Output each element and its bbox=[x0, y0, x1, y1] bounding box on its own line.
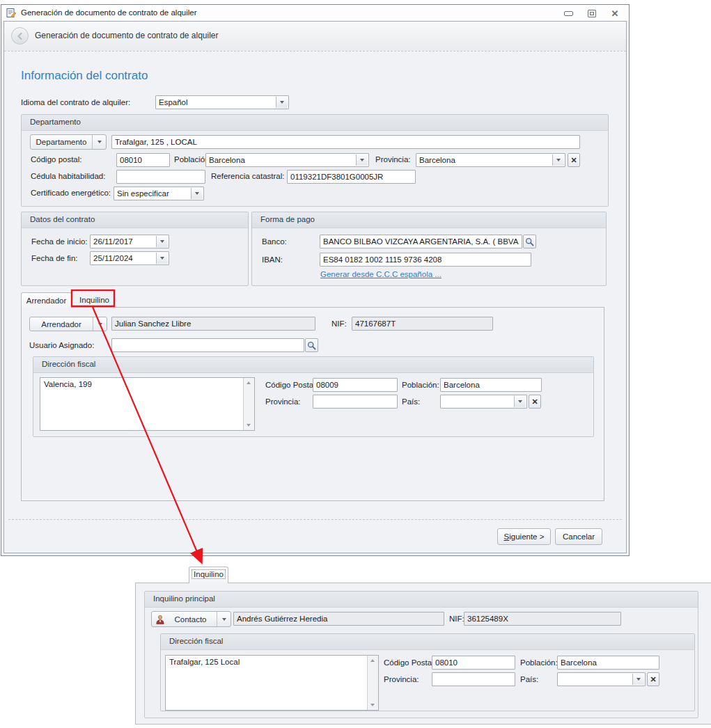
iban-field[interactable] bbox=[320, 253, 531, 267]
payment-group: Forma de pago Banco: IBAN: Generar desde… bbox=[251, 212, 607, 286]
province-label: Provincia: bbox=[375, 155, 411, 164]
province-select[interactable]: Barcelona bbox=[416, 153, 565, 167]
contract-dates-group: Datos del contrato Fecha de inicio: 26/1… bbox=[21, 212, 249, 286]
clear-icon[interactable]: ✕ bbox=[529, 395, 541, 409]
close-icon[interactable]: ✕ bbox=[609, 8, 621, 19]
chevron-down-icon[interactable] bbox=[92, 135, 106, 149]
clear-icon[interactable]: ✕ bbox=[647, 672, 659, 686]
country-select[interactable] bbox=[557, 672, 646, 686]
fiscal-address-textarea[interactable]: Trafalgar, 125 Local bbox=[165, 655, 379, 711]
window-title: Generación de documento de contrato de a… bbox=[21, 8, 197, 17]
country-label: País: bbox=[520, 675, 538, 683]
scroll-down-icon[interactable] bbox=[370, 704, 375, 706]
arrendador-selector-button[interactable]: Arrendador bbox=[29, 317, 107, 331]
start-date-picker[interactable]: 26/11/2017 bbox=[90, 235, 169, 248]
header-band: Generación de documento de contrato de a… bbox=[4, 22, 626, 52]
departamento-selector-button[interactable]: Departamento bbox=[30, 134, 107, 150]
language-label: Idioma del contrato de alquiler: bbox=[21, 98, 130, 106]
iban-label: IBAN: bbox=[262, 255, 283, 264]
language-select[interactable]: Español bbox=[155, 95, 289, 109]
clear-icon[interactable]: ✕ bbox=[568, 153, 580, 167]
payment-group-header: Forma de pago bbox=[252, 212, 606, 228]
contact-selector-button[interactable]: Contacto bbox=[151, 611, 231, 627]
title-bar: Generación de documento de contrato de a… bbox=[1, 5, 629, 21]
search-icon[interactable] bbox=[305, 338, 318, 352]
search-icon[interactable] bbox=[523, 235, 536, 248]
inquilino-principal-group-header: Inquilino principal bbox=[145, 592, 698, 608]
chevron-down-icon[interactable] bbox=[217, 612, 231, 626]
chevron-down-icon[interactable] bbox=[514, 396, 526, 407]
cedula-field[interactable] bbox=[116, 170, 205, 184]
scroll-up-icon[interactable] bbox=[247, 381, 251, 384]
fiscal-address-group: Dirección fiscal Valencia, 199 Código Po… bbox=[33, 356, 594, 437]
chevron-down-icon[interactable] bbox=[276, 97, 288, 108]
catastral-label: Referencia catastral: bbox=[211, 172, 284, 180]
tab-arrendador[interactable]: Arrendador bbox=[21, 292, 72, 308]
chevron-down-icon[interactable] bbox=[356, 155, 368, 166]
energy-select[interactable]: Sin especificar bbox=[114, 187, 204, 200]
end-date-label: Fecha de fin: bbox=[31, 254, 77, 262]
inquilino-nif-field bbox=[464, 612, 621, 626]
catastral-field[interactable] bbox=[287, 170, 416, 184]
scroll-up-icon[interactable] bbox=[370, 659, 375, 662]
start-date-label: Fecha de inicio: bbox=[31, 237, 88, 246]
assigned-user-field[interactable] bbox=[111, 338, 304, 352]
document-pen-icon bbox=[6, 8, 17, 18]
postal-label: Código postal: bbox=[31, 155, 82, 164]
departamento-group-header: Departamento bbox=[22, 115, 608, 131]
scrollbar[interactable] bbox=[243, 378, 254, 430]
fiscal-address-group-header: Dirección fiscal bbox=[161, 634, 694, 650]
fiscal-province-field[interactable] bbox=[313, 395, 398, 409]
departamento-address-field[interactable] bbox=[111, 135, 580, 149]
postal-field[interactable] bbox=[116, 153, 170, 167]
fiscal-address-group: Dirección fiscal Trafalgar, 125 Local Có… bbox=[160, 633, 695, 711]
fiscal-postal-field[interactable] bbox=[432, 656, 515, 670]
bank-field[interactable] bbox=[320, 235, 522, 248]
page-title: Información del contrato bbox=[21, 69, 148, 83]
fiscal-city-field[interactable] bbox=[557, 656, 659, 670]
next-button[interactable]: Siguiente > bbox=[497, 528, 551, 545]
cancel-button[interactable]: Cancelar bbox=[555, 528, 602, 545]
restore-icon[interactable] bbox=[586, 8, 598, 19]
person-icon bbox=[155, 615, 165, 627]
energy-label: Certificado energético: bbox=[31, 189, 111, 197]
end-date-picker[interactable]: 25/11/2024 bbox=[90, 251, 169, 265]
assigned-user-label: Usuario Asignado: bbox=[29, 341, 94, 349]
bank-label: Banco: bbox=[262, 237, 287, 246]
nif-label: NIF: bbox=[331, 319, 347, 328]
chevron-down-icon[interactable] bbox=[552, 155, 564, 166]
inquilino-principal-group: Inquilino principal Contacto NIF: Direcc… bbox=[144, 591, 698, 718]
fiscal-postal-field[interactable] bbox=[313, 378, 398, 392]
back-icon[interactable] bbox=[11, 27, 29, 45]
tab-inquilino[interactable]: Inquilino bbox=[74, 293, 115, 307]
departamento-group: Departamento Departamento Código postal:… bbox=[21, 114, 609, 207]
nif-label: NIF: bbox=[449, 615, 464, 623]
chevron-down-icon[interactable] bbox=[632, 674, 644, 685]
inquilino-name-field bbox=[233, 612, 444, 626]
fiscal-address-textarea[interactable]: Valencia, 199 bbox=[40, 377, 255, 431]
fiscal-city-field[interactable] bbox=[440, 378, 542, 392]
arrendador-nif-field bbox=[352, 317, 493, 331]
country-select[interactable] bbox=[440, 395, 527, 409]
city-label: Población: bbox=[402, 381, 439, 389]
arrendador-tab-panel: Arrendador NIF: Usuario Asignado: Direcc… bbox=[21, 307, 604, 501]
scrollbar[interactable] bbox=[367, 656, 378, 710]
generate-ccc-link[interactable]: Generar desde C.C.C española ... bbox=[320, 270, 442, 278]
main-window: Generación de documento de contrato de a… bbox=[1, 4, 630, 556]
screenshot-stage: Generación de documento de contrato de a… bbox=[0, 0, 711, 728]
city-select[interactable]: Barcelona bbox=[205, 153, 369, 167]
country-label: País: bbox=[402, 397, 420, 406]
chevron-down-icon[interactable] bbox=[191, 188, 203, 199]
inquilino-tab-panel: Inquilino principal Contacto NIF: Direcc… bbox=[135, 583, 711, 725]
minimize-icon[interactable] bbox=[562, 8, 575, 19]
chevron-down-icon[interactable] bbox=[156, 236, 168, 247]
tab-inquilino-detached[interactable]: Inquilino bbox=[189, 567, 228, 583]
scroll-down-icon[interactable] bbox=[247, 424, 251, 427]
footer-separator bbox=[8, 519, 622, 520]
arrendador-name-field bbox=[111, 317, 315, 331]
chevron-down-icon[interactable] bbox=[156, 253, 168, 264]
header-title: Generación de documento de contrato de a… bbox=[35, 31, 219, 40]
fiscal-province-field[interactable] bbox=[432, 672, 515, 686]
province-label: Provincia: bbox=[265, 397, 301, 406]
chevron-down-icon[interactable] bbox=[93, 317, 107, 331]
